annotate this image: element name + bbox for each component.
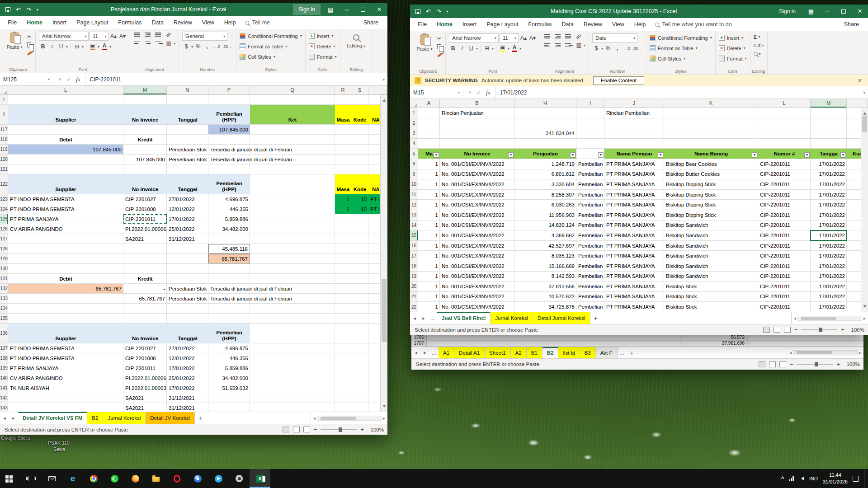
- cell-R123[interactable]: 1: [335, 194, 351, 204]
- row-header-22[interactable]: 22: [410, 302, 418, 312]
- cell-P117[interactable]: 107.845.000: [208, 125, 250, 134]
- cell-H20[interactable]: 37.813.556: [514, 282, 576, 291]
- cell-M17[interactable]: 17/01/2022: [811, 251, 847, 261]
- menu-page-layout[interactable]: Page Layout: [481, 19, 523, 30]
- sheet-tab-b3[interactable]: B3: [580, 347, 596, 358]
- cell-H19[interactable]: 8.142.593: [514, 272, 576, 282]
- filter-icon[interactable]: ▼: [508, 152, 514, 158]
- page-layout-view-button[interactable]: [769, 361, 776, 367]
- cell-I14[interactable]: Pembelian: [576, 221, 604, 230]
- vertical-scrollbar[interactable]: [861, 108, 868, 312]
- cell-P141[interactable]: 51.659.032: [208, 383, 250, 393]
- cell-I20[interactable]: Pembelian: [576, 282, 604, 291]
- row-header-14[interactable]: 14: [410, 221, 418, 230]
- filter-icon[interactable]: ▼: [598, 152, 604, 158]
- row-header-13[interactable]: 13: [410, 210, 418, 220]
- percent-style-button[interactable]: %: [604, 44, 612, 52]
- percent-style-button[interactable]: %: [194, 42, 202, 51]
- cell-N133[interactable]: Persediaan Stok: [167, 294, 208, 303]
- cancel-icon[interactable]: ×: [468, 89, 472, 96]
- scroll-up-icon[interactable]: [382, 97, 386, 102]
- cell-M2[interactable]: No Invoice: [123, 105, 167, 124]
- undo-icon[interactable]: ↶: [16, 7, 21, 13]
- sheet-tab-detail-a1[interactable]: Detail A1: [454, 347, 485, 358]
- column-header-P[interactable]: P: [208, 86, 250, 94]
- close-warning-icon[interactable]: ×: [856, 77, 863, 84]
- filter-icon[interactable]: ▼: [804, 152, 810, 158]
- cell-K21[interactable]: Biskitop Stick: [664, 292, 758, 302]
- cell-J21[interactable]: PT PRIMA SANJAYA: [604, 292, 664, 302]
- row-header-126[interactable]: 126: [0, 224, 8, 234]
- column-header-L[interactable]: L: [758, 99, 811, 108]
- cell-K10[interactable]: Biskitop Dipping Stick: [664, 179, 758, 189]
- cell-I8[interactable]: Pembelian: [576, 159, 604, 169]
- row-header-11[interactable]: 11: [410, 190, 418, 200]
- cell-M21[interactable]: 17/01/2022: [811, 292, 847, 302]
- cell-A13[interactable]: 1: [418, 210, 440, 220]
- desktop-icon-label[interactable]: Sewa: [53, 446, 65, 452]
- row-header-10[interactable]: 10: [410, 179, 418, 189]
- enter-icon[interactable]: ✓: [66, 76, 71, 83]
- cell-N139[interactable]: 17/01/2022: [167, 363, 208, 373]
- menu-help[interactable]: Help: [629, 19, 651, 30]
- cell-A17[interactable]: 1: [418, 251, 440, 261]
- column-header-I[interactable]: I: [576, 99, 604, 108]
- sheet-nav-left-icon[interactable]: ◂: [411, 347, 420, 358]
- scroll-down-icon[interactable]: [863, 305, 867, 310]
- cell-K16[interactable]: Biskitop Sandwich: [664, 241, 758, 251]
- row-header-2[interactable]: 2: [410, 118, 418, 128]
- font-color-button[interactable]: A: [100, 43, 108, 50]
- cell-B20[interactable]: No. 001/CSI/EX/INV/I/2022: [440, 282, 514, 291]
- taskbar-opera-icon[interactable]: [166, 469, 187, 488]
- cell-J1[interactable]: Rincian Pembelian: [604, 108, 664, 118]
- cell-A10[interactable]: 1: [418, 179, 440, 189]
- cell-B14[interactable]: No. 001/CSI/EX/INV/I/2022: [440, 221, 514, 230]
- sign-in-button[interactable]: Sign in: [293, 4, 321, 15]
- cell-P126[interactable]: 34.482.000: [208, 224, 250, 234]
- cell-L139[interactable]: PT PRIMA SANJAYA: [8, 363, 123, 373]
- row-header-127[interactable]: 127: [0, 234, 8, 244]
- cell-M22[interactable]: 17/01/2022: [811, 302, 847, 312]
- cell-I18[interactable]: Pembelian: [576, 261, 604, 271]
- filter-icon[interactable]: ▼: [434, 152, 439, 158]
- cell-M9[interactable]: 17/01/2022: [811, 169, 847, 179]
- scrollbar-thumb[interactable]: [801, 317, 836, 320]
- row-header-137[interactable]: 137: [0, 343, 8, 353]
- cell-L21[interactable]: CIP-2201011: [758, 292, 811, 302]
- align-right-button[interactable]: [155, 41, 163, 47]
- cell-H10[interactable]: 3.330.604: [514, 179, 576, 189]
- ribbon-display-options-icon[interactable]: ▤: [322, 3, 339, 16]
- cell-N140[interactable]: 25/01/2022: [167, 373, 208, 383]
- row-header-130[interactable]: 130: [0, 264, 8, 273]
- cell-H15[interactable]: 4.369.662: [514, 230, 576, 240]
- taskbar-excel-icon[interactable]: [250, 469, 270, 488]
- cell-H21[interactable]: 10.570.622: [514, 292, 576, 302]
- taskbar-edge-icon[interactable]: [62, 469, 83, 488]
- cell-P132[interactable]: Tersedia di januari di jual di Febuari: [208, 284, 335, 293]
- column-header-R[interactable]: R: [335, 86, 351, 94]
- menu-data[interactable]: Data: [557, 19, 578, 30]
- cell-H12[interactable]: 6.030.263: [514, 200, 576, 210]
- cell-N123[interactable]: 27/01/2022: [167, 194, 208, 204]
- orientation-button[interactable]: ab: [165, 31, 172, 38]
- sheet-nav-more-icon[interactable]: …: [428, 312, 437, 324]
- cell-J12[interactable]: PT PRIMA SANJAYA: [604, 200, 664, 210]
- cell-P120[interactable]: Tersedia di januari di jual di Febuari: [208, 155, 335, 164]
- expand-formula-bar-icon[interactable]: ▾: [860, 86, 868, 99]
- menu-review[interactable]: Review: [169, 17, 197, 28]
- menu-view[interactable]: View: [197, 17, 219, 28]
- scroll-left-icon[interactable]: ◂: [789, 350, 792, 355]
- taskbar-whatsapp-icon[interactable]: [104, 469, 125, 488]
- cell-L16[interactable]: CIP-2201011: [758, 241, 811, 251]
- cell-B11[interactable]: No. 001/CSI/EX/INV/I/2022: [440, 190, 514, 200]
- cell-Q2[interactable]: Ket: [250, 105, 335, 124]
- cell-M18[interactable]: 17/01/2022: [811, 261, 847, 271]
- redo-icon[interactable]: ↷: [26, 7, 31, 13]
- row-header-136[interactable]: 136: [0, 324, 8, 343]
- cell-A12[interactable]: 1: [418, 200, 440, 210]
- column-header-N[interactable]: [847, 99, 868, 108]
- page-break-view-button[interactable]: [784, 327, 791, 333]
- row-header-119[interactable]: 119: [0, 145, 8, 154]
- sheet-tab-detail-jv-koreksi-vs-fm[interactable]: Detail JV Koreksi VS FM: [18, 412, 87, 424]
- expand-formula-bar-icon[interactable]: ▾: [380, 73, 387, 85]
